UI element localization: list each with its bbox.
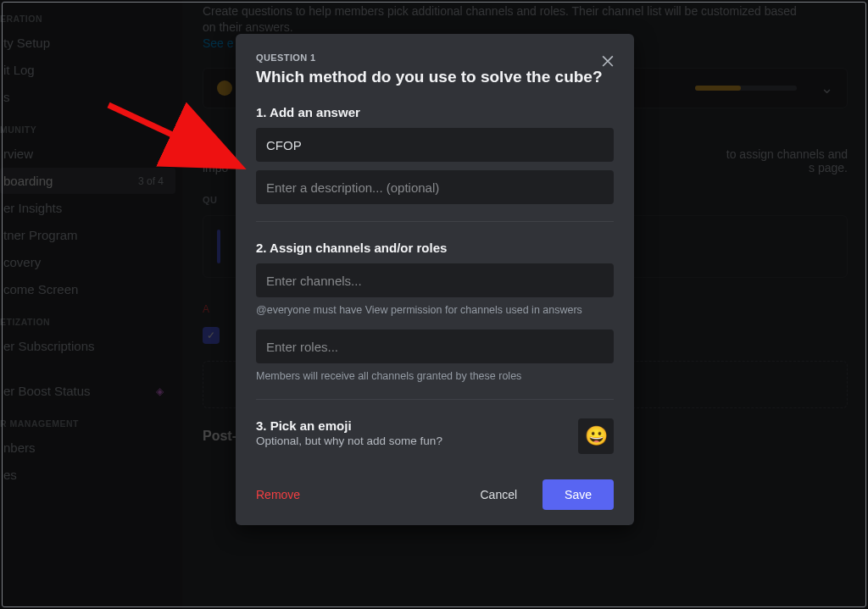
roles-input[interactable]	[256, 329, 614, 363]
cancel-button[interactable]: Cancel	[465, 479, 532, 510]
section-emoji-sub: Optional, but why not add some fun?	[256, 435, 578, 447]
divider	[256, 221, 614, 222]
save-button[interactable]: Save	[542, 479, 614, 510]
question-title: Which method do you use to solve the cub…	[256, 68, 614, 86]
emoji-picker-button[interactable]: 😀	[578, 418, 614, 454]
section-assign: 2. Assign channels and/or roles	[256, 241, 614, 255]
roles-hint: Members will receive all channels grante…	[256, 370, 614, 382]
divider-2	[256, 399, 614, 400]
section-add-answer: 1. Add an answer	[256, 105, 614, 119]
close-icon	[599, 52, 616, 69]
remove-button[interactable]: Remove	[256, 488, 300, 501]
answer-editor-modal: QUESTION 1 Which method do you use to so…	[236, 34, 634, 525]
channels-input[interactable]	[256, 263, 614, 297]
question-number-label: QUESTION 1	[256, 53, 614, 63]
grinning-face-icon: 😀	[585, 425, 608, 447]
section-emoji-title: 3. Pick an emoji	[256, 418, 578, 433]
description-input[interactable]	[256, 170, 614, 204]
close-button[interactable]	[597, 49, 619, 71]
answer-input[interactable]	[256, 128, 614, 162]
channels-hint: @everyone must have View permission for …	[256, 304, 614, 316]
